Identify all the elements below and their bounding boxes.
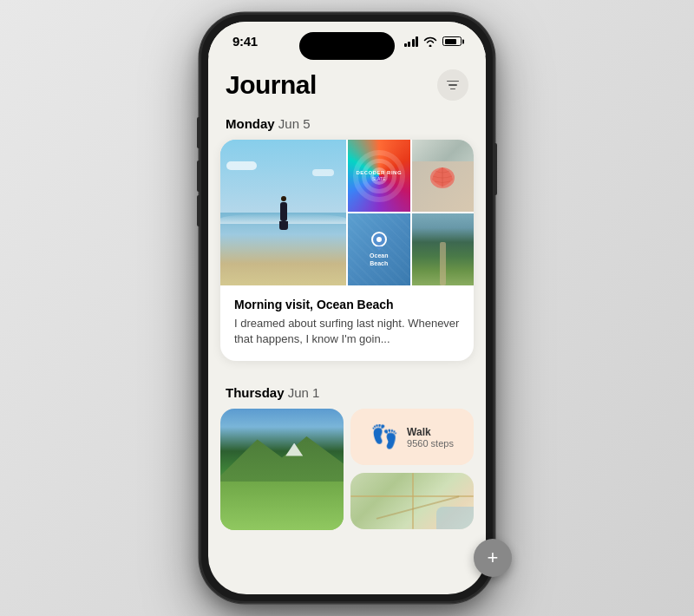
- phone-wrapper: 9:41: [200, 13, 494, 603]
- beach-photo: [220, 140, 346, 285]
- section-thursday: Thursday Jun 1: [208, 378, 486, 409]
- shell-svg: [427, 162, 458, 190]
- card-title: Morning visit, Ocean Beach: [234, 298, 460, 311]
- ocean-beach-map: Ocean Beach: [348, 213, 410, 285]
- scroll-content[interactable]: Journal Monday Jun 5: [208, 56, 486, 585]
- wifi-icon: [423, 36, 437, 47]
- footprint-icon: 👣: [370, 423, 398, 450]
- ocean-beach-card[interactable]: DECODER RING SLATE: [220, 140, 474, 361]
- dynamic-island: [299, 32, 395, 60]
- card-text: Morning visit, Ocean Beach I dreamed abo…: [220, 285, 474, 361]
- walk-steps: 9560 steps: [407, 438, 454, 449]
- podcast-title: DECODER RING: [356, 170, 402, 176]
- shell-photo: [412, 140, 475, 212]
- filter-button[interactable]: [437, 69, 468, 101]
- coastal-path-photo: [412, 213, 475, 285]
- trail-map-card[interactable]: [350, 473, 474, 529]
- add-entry-button[interactable]: +: [474, 539, 512, 577]
- app-header: Journal: [208, 56, 486, 109]
- surfer-figure: [279, 196, 288, 230]
- podcast-subtitle: SLATE: [356, 176, 402, 181]
- status-icons: [404, 36, 462, 47]
- status-time: 9:41: [232, 34, 258, 49]
- walk-label: Walk: [407, 426, 454, 438]
- mountain-photo-card[interactable]: [220, 409, 344, 530]
- signal-icon: [404, 36, 419, 47]
- card-body: I dreamed about surfing last night. When…: [234, 316, 460, 347]
- map-location-2: Beach: [370, 260, 388, 267]
- plus-icon: +: [488, 548, 499, 567]
- section-monday: Monday Jun 5: [208, 109, 486, 140]
- podcast-thumbnail: DECODER RING SLATE: [348, 140, 410, 212]
- app-title: Journal: [226, 70, 317, 100]
- walk-activity-card[interactable]: 👣 Walk 9560 steps: [350, 409, 474, 465]
- thursday-cards: 👣 Walk 9560 steps: [220, 409, 474, 530]
- map-location: Ocean: [370, 252, 388, 259]
- battery-icon: [442, 36, 462, 46]
- phone-screen: 9:41: [208, 22, 486, 594]
- phone-frame: 9:41: [200, 13, 494, 603]
- card-images: DECODER RING SLATE: [220, 140, 474, 285]
